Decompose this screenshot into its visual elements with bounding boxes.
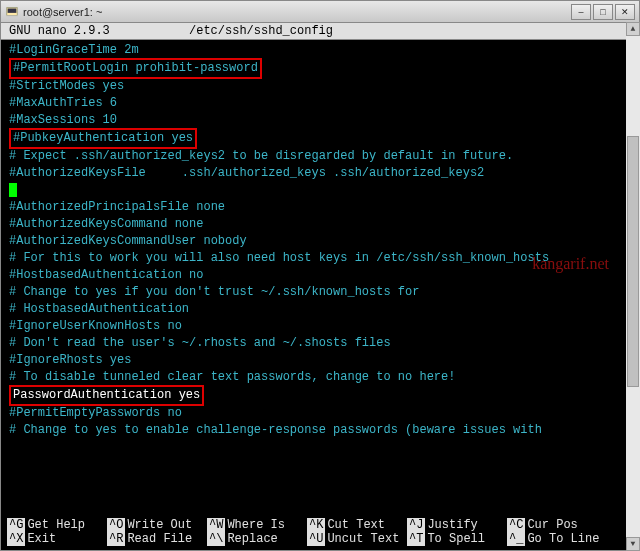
cursor	[9, 183, 17, 197]
config-line: # Expect .ssh/authorized_keys2 to be dis…	[9, 148, 631, 165]
config-line: #AuthorizedKeysCommand none	[9, 216, 631, 233]
config-line	[9, 182, 631, 199]
putty-icon	[5, 5, 19, 19]
config-line: # Don't read the user's ~/.rhosts and ~/…	[9, 335, 631, 352]
config-line: #PermitEmptyPasswords no	[9, 405, 631, 422]
editor-area[interactable]: #LoginGraceTime 2m #PermitRootLogin proh…	[1, 40, 639, 516]
svg-rect-1	[8, 8, 17, 12]
scroll-down-button[interactable]: ▼	[626, 537, 640, 551]
watermark: kangarif.net	[532, 255, 609, 272]
config-line: #PubkeyAuthentication yes	[9, 129, 631, 148]
app-name: GNU nano 2.9.3	[9, 24, 189, 38]
config-line: #PermitRootLogin prohibit-password	[9, 59, 631, 78]
shortcut-spell[interactable]: ^TTo Spell	[407, 532, 507, 546]
highlight-pubkey-auth: #PubkeyAuthentication yes	[9, 128, 197, 149]
shortcut-whereis[interactable]: ^WWhere Is	[207, 518, 307, 532]
highlight-password-auth: PasswordAuthentication yes	[9, 385, 204, 406]
config-line: #AuthorizedPrincipalsFile none	[9, 199, 631, 216]
shortcut-curpos[interactable]: ^CCur Pos	[507, 518, 607, 532]
config-line: #MaxAuthTries 6	[9, 95, 631, 112]
config-line: #IgnoreUserKnownHosts no	[9, 318, 631, 335]
shortcut-writeout[interactable]: ^OWrite Out	[107, 518, 207, 532]
shortcut-replace[interactable]: ^\Replace	[207, 532, 307, 546]
shortcut-cut[interactable]: ^KCut Text	[307, 518, 407, 532]
nano-shortcuts: ^GGet Help ^OWrite Out ^WWhere Is ^KCut …	[1, 516, 639, 550]
svg-rect-2	[6, 15, 18, 17]
config-line: #AuthorizedKeysFile .ssh/authorized_keys…	[9, 165, 631, 182]
minimize-button[interactable]: –	[571, 4, 591, 20]
file-path: /etc/ssh/sshd_config	[189, 24, 333, 38]
shortcut-justify[interactable]: ^JJustify	[407, 518, 507, 532]
config-line: #StrictModes yes	[9, 78, 631, 95]
maximize-button[interactable]: □	[593, 4, 613, 20]
scroll-thumb[interactable]	[627, 136, 639, 387]
shortcut-readfile[interactable]: ^RRead File	[107, 532, 207, 546]
config-line: # To disable tunneled clear text passwor…	[9, 369, 631, 386]
config-line: #LoginGraceTime 2m	[9, 42, 631, 59]
shortcut-uncut[interactable]: ^UUncut Text	[307, 532, 407, 546]
config-line: #IgnoreRhosts yes	[9, 352, 631, 369]
config-line: #AuthorizedKeysCommandUser nobody	[9, 233, 631, 250]
shortcut-help[interactable]: ^GGet Help	[7, 518, 107, 532]
shortcut-exit[interactable]: ^XExit	[7, 532, 107, 546]
scroll-track[interactable]	[626, 36, 640, 537]
nano-header: GNU nano 2.9.3 /etc/ssh/sshd_config	[1, 23, 639, 40]
titlebar[interactable]: root@server1: ~ – □ ✕	[1, 1, 639, 23]
config-line: #MaxSessions 10	[9, 112, 631, 129]
scrollbar[interactable]: ▲ ▼	[626, 22, 640, 551]
config-line: # Change to yes if you don't trust ~/.ss…	[9, 284, 631, 301]
window-controls: – □ ✕	[571, 4, 635, 20]
config-line: # HostbasedAuthentication	[9, 301, 631, 318]
window-title: root@server1: ~	[23, 6, 571, 18]
close-button[interactable]: ✕	[615, 4, 635, 20]
terminal-window: root@server1: ~ – □ ✕ GNU nano 2.9.3 /et…	[0, 0, 640, 551]
highlight-permit-root: #PermitRootLogin prohibit-password	[9, 58, 262, 79]
scroll-up-button[interactable]: ▲	[626, 22, 640, 36]
config-line: PasswordAuthentication yes	[9, 386, 631, 405]
shortcut-goto[interactable]: ^_Go To Line	[507, 532, 607, 546]
config-line: # Change to yes to enable challenge-resp…	[9, 422, 631, 439]
